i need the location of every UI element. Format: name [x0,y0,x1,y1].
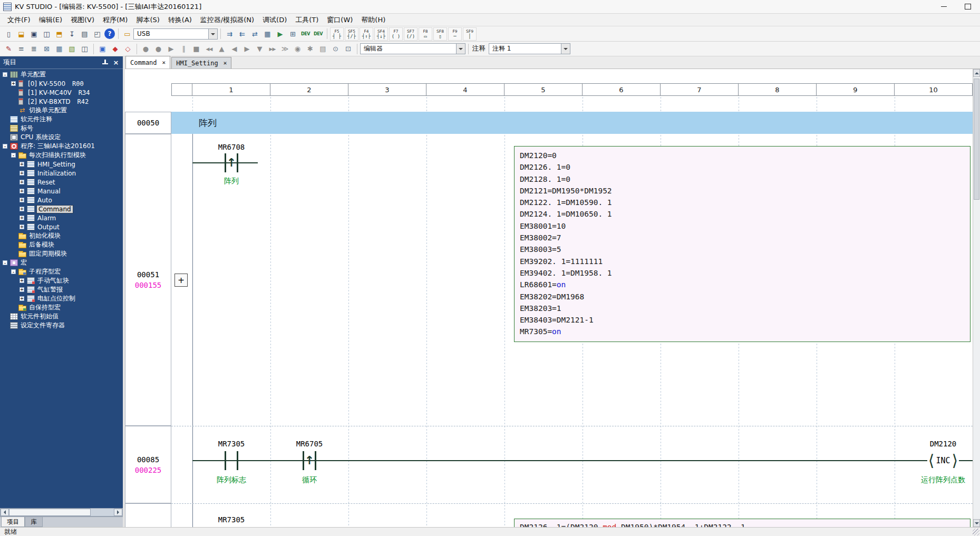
fn-f7-button[interactable]: F7 ( ) [389,27,403,41]
tree-item[interactable]: 固定周期模块 [0,249,123,258]
tree-item[interactable]: 自保持型宏 [0,303,123,312]
fn-sf9-button[interactable]: SF9 │ [463,27,477,41]
ladder-view-button[interactable]: ▦ [53,43,65,55]
connect-device-button[interactable]: ▭ [121,28,133,40]
open-project-button[interactable]: ⬓ [15,28,27,40]
menu-item[interactable]: 程序(M) [99,14,132,26]
editor-tab[interactable]: Command [125,56,170,69]
tree-item[interactable]: 后备模块 [0,240,123,249]
tree-item[interactable]: 单元配置 [0,70,123,79]
menu-item[interactable]: 转换(A) [164,14,196,26]
no-contact[interactable] [225,451,238,470]
expand-toggle-icon[interactable] [20,287,24,292]
close-tab-icon[interactable] [224,60,227,66]
continue-button[interactable]: ≫ [279,43,291,55]
expand-toggle-icon[interactable] [3,144,7,149]
marker-button[interactable]: ◆ [109,43,121,55]
counter-button[interactable]: ⊡ [342,43,354,55]
tree-item[interactable]: Alarm [0,213,123,222]
panel-tab[interactable]: 库 [25,517,43,527]
expand-toggle-icon[interactable] [20,198,24,202]
menu-item[interactable]: 窗口(W) [323,14,357,26]
tree-item[interactable]: 每次扫描执行型模块 [0,151,123,160]
scroll-down-icon[interactable] [973,519,980,527]
combo-arrow-icon[interactable] [561,44,570,54]
expand-toggle-icon[interactable] [20,189,24,193]
image-button[interactable]: ▧ [66,43,78,55]
rising-edge-contact[interactable] [225,153,238,172]
device-monitor-2-button[interactable]: DEV [312,28,324,40]
tree-item[interactable]: 子程序型宏 [0,267,123,276]
step-next-button[interactable]: ▶ [241,43,253,55]
combo-arrow-icon[interactable] [456,44,465,54]
tree-item[interactable]: Output [0,222,123,231]
close-tab-icon[interactable] [162,59,166,66]
panel-tab[interactable]: 项目 [1,517,25,527]
step-down-button[interactable]: ▼ [254,43,266,55]
menu-item[interactable]: 调试(D) [258,14,291,26]
tree-item[interactable]: 宏 [0,258,123,267]
tree-item[interactable]: 软元件初始值 [0,312,123,321]
menu-item[interactable]: 编辑(E) [35,14,66,26]
combo-arrow-icon[interactable] [208,29,217,39]
tree-item[interactable]: 程序: 三轴IAI丰达201601 [0,142,123,151]
menu-item[interactable]: 帮助(H) [357,14,390,26]
print-button[interactable]: ▤ [79,28,91,40]
expand-toggle-icon[interactable] [20,171,24,176]
step-up-button[interactable]: ▲ [216,43,228,55]
step-last-button[interactable]: ▶▶ [266,43,278,55]
tree-item[interactable]: 标号 [0,124,123,133]
menu-item[interactable]: 工具(T) [291,14,323,26]
rising-edge-contact[interactable] [303,451,316,470]
fn-f4-button[interactable]: F4 ┤↑├ [360,27,373,41]
tree-item[interactable]: 软元件注释 [0,115,123,124]
expand-toggle-icon[interactable] [11,269,16,274]
expand-toggle-icon[interactable] [20,278,24,283]
ladder-editor[interactable]: 12345678910 00050 00051 000155 00085 000… [125,69,973,527]
tree-item[interactable]: [2] KV-B8XTD R42 [0,97,123,106]
simulator-button[interactable]: ▶ [274,28,286,40]
tree-item[interactable]: 设定文件寄存器 [0,321,123,330]
comment-set-combo[interactable]: 注释 1 [489,43,570,54]
timer-button[interactable]: ⊙ [329,43,342,55]
fn-sf8-button[interactable]: SF8 ▯ [433,27,447,41]
save-monitor-button[interactable]: ◫ [41,28,53,40]
monitor-button[interactable]: ▦ [261,28,274,40]
edit-mode-button[interactable]: ✎ [3,43,15,55]
maximize-button[interactable] [956,0,980,13]
new-project-button[interactable]: ▯ [3,28,15,40]
record-button[interactable]: ● [140,43,152,55]
tree-item[interactable]: HMI_Setting [0,160,123,169]
step-first-button[interactable]: ◀◀ [203,43,215,55]
menu-item[interactable]: 文件(F) [3,14,35,26]
transfer-from-plc-button[interactable]: ⇇ [236,28,248,40]
expand-toggle-icon[interactable] [20,216,24,220]
fn-sf7-button[interactable]: SF7 (/) [404,27,418,41]
tree-item[interactable]: Initialization [0,169,123,178]
editor-vscrollbar[interactable] [973,69,980,527]
expand-toggle-icon[interactable] [3,72,7,77]
menu-item[interactable]: 脚本(S) [132,14,163,26]
vscroll-thumb[interactable] [974,79,979,200]
tree-item[interactable]: CPU 系统设定 [0,133,123,142]
connection-combo[interactable]: USB [133,28,218,40]
import-button[interactable]: ↧ [66,28,78,40]
editor-mode-combo[interactable]: 编辑器 [360,43,465,54]
tree-item[interactable]: 切换单元配置 [0,106,123,115]
comment-view-button[interactable]: ≡ [15,43,27,55]
verify-button[interactable]: ⇄ [249,28,261,40]
transfer-to-plc-button[interactable]: ⇉ [224,28,236,40]
pause-button[interactable]: ∥ [178,43,190,55]
minimize-button[interactable] [932,0,956,13]
editor-tab[interactable]: HMI_Setting [171,57,231,69]
script-box[interactable]: DM2126. 1=(DM2120 mod DM1950)*DM1954. 1+… [514,519,971,527]
help-button[interactable]: ? [104,28,115,39]
tree-item[interactable]: 初始化模块 [0,231,123,240]
watch-list-button[interactable]: ▤ [317,43,329,55]
print-preview-button[interactable]: ◰ [91,28,103,40]
tree-item[interactable]: [1] KV-MC40V R34 [0,88,123,97]
scroll-right-icon[interactable] [114,509,122,516]
capture-button[interactable]: ▣ [96,43,109,55]
collapse-rung-button[interactable] [174,274,188,287]
fn-sf5-button[interactable]: SF5 ┤/├ [345,27,358,41]
